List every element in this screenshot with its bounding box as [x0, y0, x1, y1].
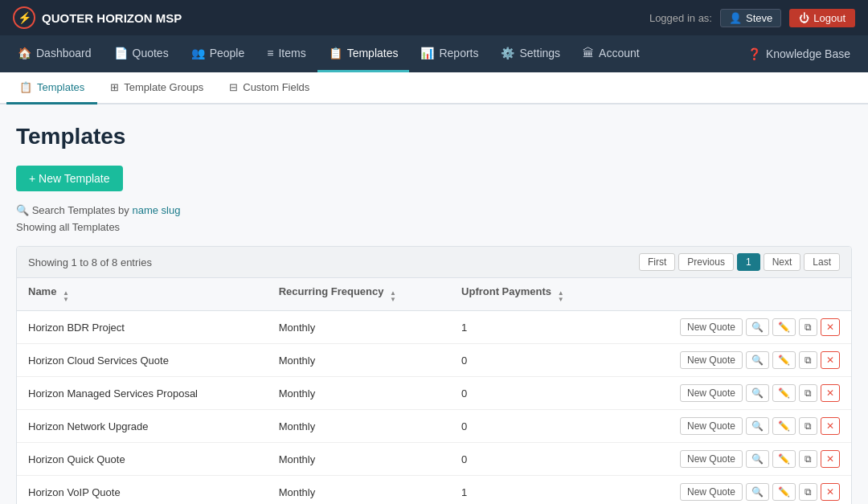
col-recurring-frequency[interactable]: Recurring Frequency ▲▼	[268, 278, 450, 311]
edit-icon: ✏️	[778, 354, 790, 366]
last-page-button[interactable]: Last	[804, 253, 840, 271]
cell-name: Horizon Network Upgrade	[17, 410, 268, 443]
subnav-item-template-groups[interactable]: ⊞ Template Groups	[97, 72, 216, 104]
cell-upfront: 1	[450, 476, 613, 505]
showing-all-label: Showing all Templates	[16, 221, 852, 233]
sub-nav: 📋 Templates ⊞ Template Groups ⊟ Custom F…	[0, 72, 868, 104]
search-icon: 🔍	[751, 486, 764, 498]
col-upfront-payments[interactable]: Upfront Payments ▲▼	[450, 278, 613, 311]
new-quote-button[interactable]: New Quote	[680, 483, 743, 501]
sort-arrows-frequency: ▲▼	[390, 290, 396, 303]
brand-icon: ⚡	[13, 6, 35, 29]
table-header-bar: Showing 1 to 8 of 8 entries First Previo…	[17, 247, 851, 278]
nav-item-knowledge-base[interactable]: ❓ Knowledge Base	[736, 35, 862, 72]
new-quote-button[interactable]: New Quote	[680, 450, 743, 468]
sort-arrows-upfront: ▲▼	[558, 290, 564, 303]
user-badge: 👤 Steve	[720, 9, 781, 27]
table-row: Horizon Managed Services Proposal Monthl…	[17, 377, 851, 410]
copy-row-button[interactable]: ⧉	[799, 483, 817, 501]
nav-item-items[interactable]: ≡ Items	[256, 35, 317, 72]
copy-icon: ⧉	[805, 486, 812, 498]
first-page-button[interactable]: First	[639, 253, 675, 271]
help-icon: ❓	[747, 47, 761, 60]
delete-row-button[interactable]: ✕	[821, 483, 840, 501]
search-row-button[interactable]: 🔍	[746, 417, 769, 435]
search-by-name-link[interactable]: name	[132, 204, 158, 216]
cell-actions: New Quote 🔍 ✏️ ⧉ ✕	[613, 311, 851, 344]
cell-upfront: 0	[450, 344, 613, 377]
new-template-button[interactable]: + New Template	[16, 166, 123, 191]
new-quote-button[interactable]: New Quote	[680, 318, 743, 336]
edit-row-button[interactable]: ✏️	[772, 384, 796, 402]
search-icon: 🔍	[751, 322, 764, 333]
delete-row-button[interactable]: ✕	[821, 351, 840, 369]
sort-arrows-name: ▲▼	[63, 290, 69, 303]
main-content: Templates + New Template 🔍 Search Templa…	[0, 104, 868, 504]
current-page-button[interactable]: 1	[737, 253, 760, 271]
search-by-slug-link[interactable]: slug	[162, 204, 181, 216]
nav-item-settings[interactable]: ⚙️ Settings	[489, 35, 571, 72]
nav-item-people[interactable]: 👥 People	[180, 35, 256, 72]
edit-row-button[interactable]: ✏️	[772, 483, 796, 501]
copy-row-button[interactable]: ⧉	[799, 384, 817, 402]
edit-row-button[interactable]: ✏️	[772, 450, 796, 468]
copy-row-button[interactable]: ⧉	[799, 450, 817, 468]
cell-name: Horizon Quick Quote	[17, 443, 268, 476]
cell-actions: New Quote 🔍 ✏️ ⧉ ✕	[613, 476, 851, 505]
table-row: Horizon Quick Quote Monthly 0 New Quote …	[17, 443, 851, 476]
new-quote-button[interactable]: New Quote	[680, 351, 743, 369]
search-icon: 🔍	[751, 453, 764, 465]
copy-icon: ⧉	[805, 387, 812, 399]
delete-icon: ✕	[826, 486, 834, 498]
delete-row-button[interactable]: ✕	[821, 417, 840, 435]
nav-item-quotes[interactable]: 📄 Quotes	[103, 35, 180, 72]
previous-page-button[interactable]: Previous	[678, 253, 734, 271]
delete-row-button[interactable]: ✕	[821, 384, 840, 402]
entries-count: Showing 1 to 8 of 8 entries	[28, 256, 152, 268]
col-actions	[613, 278, 851, 311]
cell-upfront: 0	[450, 377, 613, 410]
dashboard-icon: 🏠	[18, 47, 31, 59]
cell-name: Horizon Cloud Services Quote	[17, 344, 268, 377]
edit-row-button[interactable]: ✏️	[772, 417, 796, 435]
table-row: Horizon VoIP Quote Monthly 1 New Quote 🔍…	[17, 476, 851, 505]
search-row-button[interactable]: 🔍	[746, 351, 769, 369]
nav-item-templates[interactable]: 📋 Templates	[317, 35, 410, 72]
brand-name: QUOTER HORIZON MSP	[42, 11, 182, 25]
edit-icon: ✏️	[778, 322, 790, 333]
new-quote-button[interactable]: New Quote	[680, 384, 743, 402]
delete-row-button[interactable]: ✕	[821, 318, 840, 336]
search-bar: 🔍 Search Templates by name slug	[16, 204, 852, 216]
nav-item-dashboard[interactable]: 🏠 Dashboard	[6, 35, 103, 72]
copy-row-button[interactable]: ⧉	[799, 417, 817, 435]
copy-icon: ⧉	[805, 322, 812, 333]
next-page-button[interactable]: Next	[764, 253, 801, 271]
edit-row-button[interactable]: ✏️	[772, 318, 796, 336]
search-row-button[interactable]: 🔍	[746, 384, 769, 402]
account-icon: 🏛	[583, 47, 594, 59]
logout-button[interactable]: ⏻ Logout	[789, 9, 855, 27]
edit-row-button[interactable]: ✏️	[772, 351, 796, 369]
new-quote-button[interactable]: New Quote	[680, 417, 743, 435]
copy-row-button[interactable]: ⧉	[799, 318, 817, 336]
search-row-button[interactable]: 🔍	[746, 483, 769, 501]
cell-frequency: Monthly	[268, 410, 450, 443]
power-icon: ⏻	[799, 12, 809, 24]
search-row-button[interactable]: 🔍	[746, 318, 769, 336]
nav-item-reports[interactable]: 📊 Reports	[409, 35, 489, 72]
subnav-item-custom-fields[interactable]: ⊟ Custom Fields	[216, 72, 322, 104]
delete-row-button[interactable]: ✕	[821, 450, 840, 468]
subnav-templates-icon: 📋	[19, 81, 32, 93]
templates-table: Name ▲▼ Recurring Frequency ▲▼ Upfront P…	[17, 278, 851, 504]
cell-actions: New Quote 🔍 ✏️ ⧉ ✕	[613, 443, 851, 476]
copy-row-button[interactable]: ⧉	[799, 351, 817, 369]
cell-frequency: Monthly	[268, 476, 450, 505]
reports-icon: 📊	[420, 47, 434, 59]
cell-frequency: Monthly	[268, 443, 450, 476]
col-name[interactable]: Name ▲▼	[17, 278, 268, 311]
subnav-item-templates[interactable]: 📋 Templates	[6, 72, 97, 104]
logged-in-label: Logged in as:	[649, 12, 712, 24]
search-row-button[interactable]: 🔍	[746, 450, 769, 468]
nav-item-account[interactable]: 🏛 Account	[571, 35, 651, 72]
table-row: Horizon BDR Project Monthly 1 New Quote …	[17, 311, 851, 344]
